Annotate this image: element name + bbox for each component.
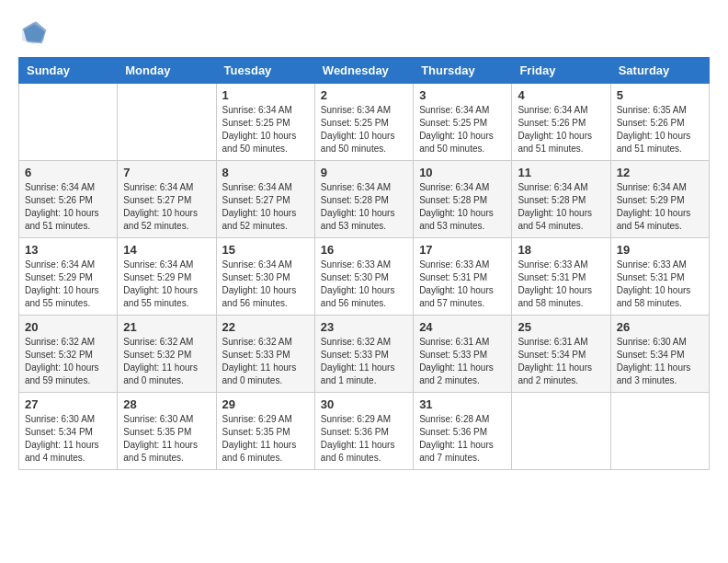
day-info: Sunrise: 6:34 AM Sunset: 5:28 PM Dayligh… bbox=[321, 181, 407, 233]
day-info: Sunrise: 6:33 AM Sunset: 5:31 PM Dayligh… bbox=[518, 259, 604, 310]
calendar-cell: 30Sunrise: 6:29 AM Sunset: 5:36 PM Dayli… bbox=[314, 393, 413, 470]
day-info: Sunrise: 6:34 AM Sunset: 5:29 PM Dayligh… bbox=[123, 259, 210, 310]
day-info: Sunrise: 6:32 AM Sunset: 5:33 PM Dayligh… bbox=[222, 336, 309, 387]
calendar-cell: 18Sunrise: 6:33 AM Sunset: 5:31 PM Dayli… bbox=[512, 238, 610, 316]
weekday-header-row: SundayMondayTuesdayWednesdayThursdayFrid… bbox=[19, 58, 710, 84]
calendar-week-1: 1Sunrise: 6:34 AM Sunset: 5:25 PM Daylig… bbox=[19, 84, 710, 161]
day-number: 25 bbox=[518, 320, 604, 334]
calendar-week-3: 13Sunrise: 6:34 AM Sunset: 5:29 PM Dayli… bbox=[19, 238, 710, 316]
day-number: 19 bbox=[617, 243, 703, 257]
day-info: Sunrise: 6:29 AM Sunset: 5:36 PM Dayligh… bbox=[321, 413, 407, 465]
calendar-cell: 1Sunrise: 6:34 AM Sunset: 5:25 PM Daylig… bbox=[216, 84, 314, 161]
day-number: 7 bbox=[123, 166, 210, 179]
day-number: 26 bbox=[617, 320, 703, 334]
day-info: Sunrise: 6:34 AM Sunset: 5:26 PM Dayligh… bbox=[25, 181, 111, 233]
day-info: Sunrise: 6:34 AM Sunset: 5:29 PM Dayligh… bbox=[617, 181, 703, 233]
day-number: 10 bbox=[419, 166, 506, 179]
day-info: Sunrise: 6:34 AM Sunset: 5:28 PM Dayligh… bbox=[518, 181, 604, 233]
calendar-cell: 29Sunrise: 6:29 AM Sunset: 5:35 PM Dayli… bbox=[216, 393, 314, 470]
day-number: 31 bbox=[419, 397, 506, 411]
day-number: 14 bbox=[123, 243, 210, 257]
weekday-header-thursday: Thursday bbox=[414, 58, 512, 84]
day-number: 20 bbox=[25, 320, 111, 334]
day-info: Sunrise: 6:34 AM Sunset: 5:25 PM Dayligh… bbox=[419, 104, 506, 155]
day-info: Sunrise: 6:31 AM Sunset: 5:34 PM Dayligh… bbox=[518, 336, 604, 387]
day-info: Sunrise: 6:34 AM Sunset: 5:25 PM Dayligh… bbox=[222, 104, 309, 155]
calendar-cell: 9Sunrise: 6:34 AM Sunset: 5:28 PM Daylig… bbox=[314, 161, 413, 238]
calendar-cell: 4Sunrise: 6:34 AM Sunset: 5:26 PM Daylig… bbox=[512, 84, 610, 161]
day-info: Sunrise: 6:32 AM Sunset: 5:32 PM Dayligh… bbox=[25, 336, 111, 387]
calendar-cell: 19Sunrise: 6:33 AM Sunset: 5:31 PM Dayli… bbox=[610, 238, 709, 316]
calendar-cell: 20Sunrise: 6:32 AM Sunset: 5:32 PM Dayli… bbox=[19, 316, 118, 393]
calendar-cell: 24Sunrise: 6:31 AM Sunset: 5:33 PM Dayli… bbox=[414, 316, 512, 393]
day-info: Sunrise: 6:34 AM Sunset: 5:26 PM Dayligh… bbox=[518, 104, 604, 155]
calendar-cell: 26Sunrise: 6:30 AM Sunset: 5:34 PM Dayli… bbox=[610, 316, 709, 393]
calendar-cell bbox=[512, 393, 610, 470]
calendar-week-2: 6Sunrise: 6:34 AM Sunset: 5:26 PM Daylig… bbox=[19, 161, 710, 238]
calendar-cell: 27Sunrise: 6:30 AM Sunset: 5:34 PM Dayli… bbox=[19, 393, 118, 470]
day-number: 2 bbox=[321, 88, 407, 102]
day-info: Sunrise: 6:33 AM Sunset: 5:30 PM Dayligh… bbox=[321, 259, 407, 310]
day-number: 24 bbox=[419, 320, 506, 334]
day-info: Sunrise: 6:34 AM Sunset: 5:29 PM Dayligh… bbox=[25, 259, 111, 310]
day-number: 1 bbox=[222, 88, 309, 102]
day-number: 15 bbox=[222, 243, 309, 257]
day-number: 11 bbox=[518, 166, 604, 179]
calendar-cell: 12Sunrise: 6:34 AM Sunset: 5:29 PM Dayli… bbox=[610, 161, 709, 238]
day-info: Sunrise: 6:34 AM Sunset: 5:28 PM Dayligh… bbox=[419, 181, 506, 233]
day-number: 28 bbox=[123, 397, 210, 411]
calendar-cell: 5Sunrise: 6:35 AM Sunset: 5:26 PM Daylig… bbox=[610, 84, 709, 161]
weekday-header-monday: Monday bbox=[118, 58, 216, 84]
calendar-body: 1Sunrise: 6:34 AM Sunset: 5:25 PM Daylig… bbox=[19, 84, 710, 470]
day-info: Sunrise: 6:30 AM Sunset: 5:35 PM Dayligh… bbox=[123, 413, 210, 465]
calendar-cell: 8Sunrise: 6:34 AM Sunset: 5:27 PM Daylig… bbox=[216, 161, 314, 238]
weekday-header-friday: Friday bbox=[512, 58, 610, 84]
day-number: 23 bbox=[321, 320, 407, 334]
calendar-cell: 25Sunrise: 6:31 AM Sunset: 5:34 PM Dayli… bbox=[512, 316, 610, 393]
calendar-cell: 6Sunrise: 6:34 AM Sunset: 5:26 PM Daylig… bbox=[19, 161, 118, 238]
calendar-cell: 22Sunrise: 6:32 AM Sunset: 5:33 PM Dayli… bbox=[216, 316, 314, 393]
calendar-cell: 3Sunrise: 6:34 AM Sunset: 5:25 PM Daylig… bbox=[414, 84, 512, 161]
day-number: 8 bbox=[222, 166, 309, 179]
calendar-cell bbox=[610, 393, 709, 470]
calendar-week-5: 27Sunrise: 6:30 AM Sunset: 5:34 PM Dayli… bbox=[19, 393, 710, 470]
calendar-cell bbox=[118, 84, 216, 161]
logo bbox=[18, 18, 51, 48]
page-header bbox=[18, 18, 710, 48]
day-info: Sunrise: 6:34 AM Sunset: 5:27 PM Dayligh… bbox=[123, 181, 210, 233]
day-info: Sunrise: 6:28 AM Sunset: 5:36 PM Dayligh… bbox=[419, 413, 506, 465]
day-number: 21 bbox=[123, 320, 210, 334]
calendar-cell: 10Sunrise: 6:34 AM Sunset: 5:28 PM Dayli… bbox=[414, 161, 512, 238]
logo-icon bbox=[18, 18, 48, 48]
calendar-cell bbox=[19, 84, 118, 161]
calendar-cell: 28Sunrise: 6:30 AM Sunset: 5:35 PM Dayli… bbox=[118, 393, 216, 470]
day-number: 13 bbox=[25, 243, 111, 257]
calendar-cell: 31Sunrise: 6:28 AM Sunset: 5:36 PM Dayli… bbox=[414, 393, 512, 470]
calendar-cell: 23Sunrise: 6:32 AM Sunset: 5:33 PM Dayli… bbox=[314, 316, 413, 393]
weekday-header-sunday: Sunday bbox=[19, 58, 118, 84]
calendar-cell: 15Sunrise: 6:34 AM Sunset: 5:30 PM Dayli… bbox=[216, 238, 314, 316]
calendar-cell: 21Sunrise: 6:32 AM Sunset: 5:32 PM Dayli… bbox=[118, 316, 216, 393]
day-number: 27 bbox=[25, 397, 111, 411]
day-info: Sunrise: 6:30 AM Sunset: 5:34 PM Dayligh… bbox=[25, 413, 111, 465]
calendar-cell: 16Sunrise: 6:33 AM Sunset: 5:30 PM Dayli… bbox=[314, 238, 413, 316]
day-number: 22 bbox=[222, 320, 309, 334]
weekday-header-wednesday: Wednesday bbox=[314, 58, 413, 84]
day-info: Sunrise: 6:35 AM Sunset: 5:26 PM Dayligh… bbox=[617, 104, 703, 155]
day-number: 4 bbox=[518, 88, 604, 102]
day-info: Sunrise: 6:34 AM Sunset: 5:25 PM Dayligh… bbox=[321, 104, 407, 155]
day-number: 17 bbox=[419, 243, 506, 257]
calendar-table: SundayMondayTuesdayWednesdayThursdayFrid… bbox=[18, 57, 710, 470]
calendar-cell: 2Sunrise: 6:34 AM Sunset: 5:25 PM Daylig… bbox=[314, 84, 413, 161]
day-number: 18 bbox=[518, 243, 604, 257]
calendar-cell: 14Sunrise: 6:34 AM Sunset: 5:29 PM Dayli… bbox=[118, 238, 216, 316]
day-info: Sunrise: 6:32 AM Sunset: 5:32 PM Dayligh… bbox=[123, 336, 210, 387]
calendar-week-4: 20Sunrise: 6:32 AM Sunset: 5:32 PM Dayli… bbox=[19, 316, 710, 393]
day-number: 30 bbox=[321, 397, 407, 411]
day-number: 29 bbox=[222, 397, 309, 411]
day-number: 16 bbox=[321, 243, 407, 257]
day-info: Sunrise: 6:34 AM Sunset: 5:27 PM Dayligh… bbox=[222, 181, 309, 233]
day-number: 6 bbox=[25, 166, 111, 179]
calendar-cell: 17Sunrise: 6:33 AM Sunset: 5:31 PM Dayli… bbox=[414, 238, 512, 316]
weekday-header-saturday: Saturday bbox=[610, 58, 709, 84]
